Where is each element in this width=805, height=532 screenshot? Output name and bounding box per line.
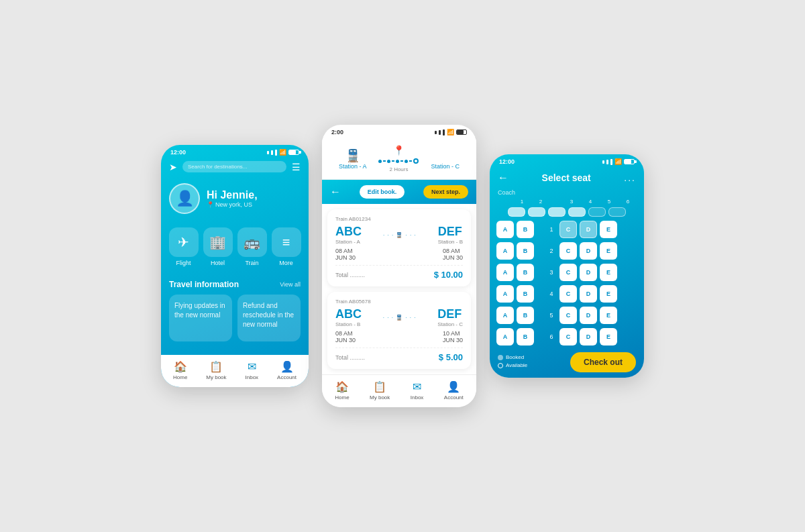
to-name-2: Station - C (437, 321, 463, 327)
nav-mybook-1[interactable]: 📋 My book (206, 360, 226, 380)
ticket-card-1: Train AB01234 ABC Station - A · · · 🚆 · … (327, 209, 471, 286)
seat-num-2: 2 (533, 199, 549, 205)
from-time-1: 08 AM (335, 248, 356, 254)
hotel-button[interactable]: 🏢 Hotel (203, 227, 233, 266)
edit-book-button[interactable]: Edit book. (360, 185, 405, 199)
seat-3E[interactable]: E (600, 264, 617, 281)
view-all-link[interactable]: View all (280, 281, 301, 288)
top-seat-2 (528, 207, 545, 217)
back-button-3[interactable]: ← (498, 172, 508, 184)
station-c-label: Station - C (431, 163, 460, 170)
booked-label: Booked (506, 354, 524, 360)
route-visual: 📍 2 Hours (378, 145, 419, 172)
nav-home-2[interactable]: 🏠 Home (335, 380, 349, 401)
line2 (392, 160, 394, 162)
coach-label: Coach (490, 189, 644, 199)
seat-2E[interactable]: E (600, 242, 617, 260)
nav-account-1[interactable]: 👤 Account (277, 360, 297, 380)
to-time-1: 08 AM (443, 248, 463, 254)
flight-button[interactable]: ✈ Flight (169, 227, 199, 266)
seat-6A[interactable]: A (496, 328, 514, 345)
dot2 (387, 160, 390, 163)
to-name-1: Station - B (438, 239, 463, 245)
seat-2B[interactable]: B (517, 242, 534, 260)
signal-bar-2 (271, 150, 273, 155)
seat-1C[interactable]: C (559, 221, 577, 238)
seat-5B[interactable]: B (517, 307, 534, 324)
seat-2D[interactable]: D (580, 242, 597, 260)
station-a-info: 🚆 Station - A (339, 148, 367, 170)
seat-num-5: 5 (601, 199, 617, 205)
info-card-refund-text: Refund and reschedule in the new normal (243, 302, 294, 328)
route-dots (378, 158, 419, 164)
nav-inbox-2[interactable]: ✉ Inbox (411, 380, 424, 401)
search-placeholder: Search for destinations... (188, 164, 248, 170)
available-label: Available (506, 362, 527, 368)
top-seat-1 (508, 207, 525, 217)
s3-bar1 (602, 160, 604, 164)
train-button[interactable]: 🚌 Train (237, 227, 267, 266)
seat-grid: A B 1 C D E A B 2 C D E A B (490, 221, 644, 345)
seat-row-1: A B 1 C D E (496, 221, 637, 238)
seat-6D[interactable]: D (580, 328, 597, 345)
seat-4B[interactable]: B (517, 285, 534, 303)
seat-5C[interactable]: C (559, 307, 577, 324)
total-amount-2: $ 5.00 (439, 352, 463, 362)
from-name-2: Station - B (335, 321, 362, 327)
seat-4D[interactable]: D (580, 285, 597, 303)
seat-6C[interactable]: C (559, 328, 577, 345)
more-button[interactable]: ≡ More (272, 227, 301, 266)
nav-mybook-2[interactable]: 📋 My book (370, 380, 390, 401)
seat-6E[interactable]: E (600, 328, 617, 345)
checkout-button[interactable]: Check out (570, 352, 636, 372)
info-card-flying[interactable]: Flying updates in the new normal (169, 295, 232, 341)
seat-2A[interactable]: A (496, 242, 514, 260)
route-header: 🚆 Station - A 📍 2 Hours (322, 138, 476, 180)
total-label-1: Total ......... (335, 272, 365, 278)
seat-3A[interactable]: A (496, 264, 514, 281)
search-bar[interactable]: Search for destinations... (182, 161, 286, 172)
menu-icon[interactable]: ☰ (292, 162, 301, 172)
seat-4E[interactable]: E (600, 285, 617, 303)
status-bar-1: 12:00 📶 (161, 145, 309, 158)
seat-5E[interactable]: E (600, 307, 617, 324)
seat-2C[interactable]: C (559, 242, 577, 260)
seat-3C[interactable]: C (559, 264, 577, 281)
train-icon-ph2: 🚆 (339, 148, 367, 163)
more-options-icon[interactable]: ... (624, 172, 636, 183)
seat-num-3: 3 (564, 199, 580, 205)
legend-booked-item: Booked (498, 354, 527, 360)
seat-6B[interactable]: B (517, 328, 534, 345)
seat-num-6: 6 (620, 199, 636, 205)
seat-1E[interactable]: E (600, 221, 617, 238)
s2-bar1 (435, 131, 437, 134)
next-step-button[interactable]: Next step. (423, 185, 468, 199)
inbox-nav-label: Inbox (246, 374, 259, 380)
booking-actions: ← Edit book. Next step. (322, 180, 476, 204)
seat-5D[interactable]: D (580, 307, 597, 324)
seat-3D[interactable]: D (580, 264, 597, 281)
total-row-2: Total ......... $ 5.00 (335, 348, 463, 362)
nav-home-1[interactable]: 🏠 Home (173, 360, 187, 380)
seat-3B[interactable]: B (517, 264, 534, 281)
status-icons-3: 📶 (602, 158, 635, 165)
info-card-refund[interactable]: Refund and reschedule in the new normal (237, 295, 301, 341)
to-code-1: DEF (438, 225, 463, 239)
seat-4A[interactable]: A (496, 285, 514, 303)
seat-1A[interactable]: A (496, 221, 514, 238)
seat-legend: Booked Available (498, 354, 527, 370)
dots-1: · · · 🚆 · · · (383, 232, 417, 238)
nav-account-2[interactable]: 👤 Account (444, 380, 464, 401)
ticket-id-1: Train AB01234 (335, 216, 463, 222)
back-button-2[interactable]: ← (330, 186, 341, 198)
status-icons-2: 📶 (435, 129, 467, 136)
inbox-label-2: Inbox (411, 394, 424, 401)
greeting-name: Hi Jennie, (207, 189, 258, 201)
seat-1D[interactable]: D (580, 221, 597, 238)
to-time-2: 10 AM (443, 330, 463, 337)
seat-4C[interactable]: C (559, 285, 577, 303)
nav-inbox-1[interactable]: ✉ Inbox (246, 360, 259, 380)
mybook-nav-label: My book (206, 374, 226, 380)
seat-5A[interactable]: A (496, 307, 514, 324)
seat-1B[interactable]: B (517, 221, 534, 238)
